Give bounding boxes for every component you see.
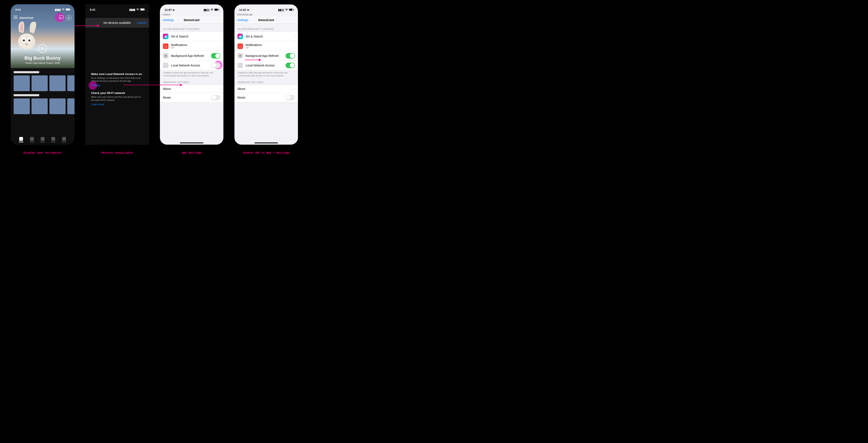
movie-title: Big Buck Bunny — [25, 55, 61, 61]
rail-heading-placeholder — [13, 71, 39, 73]
back-label: Settings — [238, 18, 249, 22]
learn-more-link[interactable]: Learn more — [91, 103, 104, 106]
hamburger-icon[interactable] — [13, 16, 18, 20]
location-icon: ➤ — [173, 8, 175, 11]
svg-rect-2 — [70, 9, 70, 10]
nav-title: DemoCast — [184, 18, 199, 22]
battery-icon — [289, 8, 294, 11]
row-reset[interactable]: Reset — [160, 93, 223, 102]
content-tile[interactable] — [32, 75, 48, 91]
chevron-right-icon: › — [219, 87, 220, 91]
wifi-icon — [136, 8, 139, 11]
content-tile[interactable] — [13, 75, 30, 91]
row-label: About — [238, 87, 291, 91]
phone-democast-home: 9:41 ▮▮▮▮ — [11, 4, 74, 145]
breadcrumb-back-to-search[interactable]: ◂ Search — [160, 13, 223, 16]
wifi-icon — [62, 8, 65, 11]
tab-item[interactable] — [19, 137, 24, 142]
chevron-right-icon: › — [294, 44, 295, 48]
svg-point-7 — [28, 39, 30, 41]
wifi-heading: Check your Wi-Fi network — [91, 91, 143, 95]
row-about[interactable]: About › — [160, 85, 223, 93]
toggle-local-network-access[interactable] — [286, 63, 295, 68]
row-label: Notifications — [246, 43, 262, 46]
row-local-network-access[interactable]: Local Network Access — [160, 61, 223, 70]
row-siri-search[interactable]: ◉ Siri & Search › — [235, 32, 298, 41]
row-label: Siri & Search — [171, 35, 217, 38]
svg-rect-1 — [66, 8, 70, 10]
toggle-local-network-access[interactable] — [211, 63, 220, 68]
row-label: Notifications — [171, 43, 187, 46]
flow-arrow-3 — [245, 60, 261, 60]
signal-icon: ▮▮▮▮ — [129, 8, 135, 11]
app-title: DemoCast — [20, 16, 33, 20]
toggle-background-refresh[interactable] — [211, 53, 220, 59]
row-background-refresh[interactable]: ⚙ Background App Refresh — [235, 51, 298, 61]
flow-arrow-2 — [124, 85, 182, 85]
hero-area: 9:41 ▮▮▮▮ — [11, 4, 74, 68]
row-reset[interactable]: Reset — [235, 93, 298, 102]
settings-link-label: Settings — [91, 84, 100, 87]
signal-icon: ▮▮▯▯ — [204, 8, 210, 11]
toggle-reset[interactable] — [286, 95, 295, 100]
lna-icon — [163, 63, 168, 68]
tab-item[interactable] — [51, 137, 56, 142]
toggle-reset[interactable] — [211, 95, 220, 100]
back-label: Settings — [163, 18, 174, 22]
svg-point-8 — [25, 43, 28, 45]
row-siri-search[interactable]: ◉ Siri & Search › — [160, 32, 223, 41]
content-tile[interactable] — [67, 98, 74, 114]
row-label: Local Network Access — [171, 64, 209, 67]
breadcrumb-back-to-app[interactable]: ◂ DemoCast app — [235, 13, 298, 16]
back-button[interactable]: ‹ Settings — [162, 18, 174, 22]
lna-icon — [238, 63, 243, 68]
svg-rect-14 — [215, 9, 218, 10]
group-label-access: ALLOW DEMOCAST TO ACCESS — [160, 24, 223, 32]
signal-icon: ▮▮▮▮ — [55, 8, 61, 11]
caption: Display Cast entrypoint — [24, 151, 62, 154]
step-enable-lna: 11:57 ➤ ▮▮▯▯ ◂ DemoCast app ‹ Settings D… — [234, 4, 298, 154]
lna-footer-text: Enabled to allow this app permission to … — [160, 70, 223, 77]
status-time: 11:57 — [165, 8, 172, 11]
gear-icon: ⚙ — [163, 53, 168, 59]
svg-rect-17 — [289, 9, 292, 10]
wifi-body: Make sure your device and the Cast devic… — [91, 95, 143, 101]
caption: Enable LNA in App > Settings — [243, 151, 289, 154]
cast-icon[interactable] — [59, 15, 63, 20]
content-tile[interactable] — [13, 98, 30, 114]
tab-item[interactable] — [30, 137, 34, 142]
svg-rect-18 — [293, 9, 294, 10]
caption: App Settings — [182, 151, 202, 154]
row-label: Local Network Access — [246, 64, 283, 67]
row-notifications[interactable]: ▢ Notifications Off › — [235, 41, 298, 51]
lna-footer-text: Enabled to allow this app permission to … — [235, 70, 298, 77]
back-button[interactable]: ‹ Settings — [236, 18, 248, 22]
wifi-icon — [285, 8, 288, 11]
wifi-icon — [210, 8, 214, 11]
row-local-network-access[interactable]: Local Network Access — [235, 61, 298, 70]
row-background-refresh[interactable]: ⚙ Background App Refresh — [160, 51, 223, 61]
cancel-button[interactable]: Cancel — [137, 21, 146, 25]
content-tile[interactable] — [67, 75, 74, 91]
location-icon: ➤ — [247, 8, 249, 11]
tab-item[interactable] — [62, 137, 66, 142]
row-about[interactable]: About › — [235, 85, 298, 93]
home-indicator — [254, 143, 278, 143]
phone-settings-lna-off: 11:57 ➤ ▮▮▯▯ ◂ Search ‹ Settings DemoCas… — [160, 4, 224, 145]
content-tile[interactable] — [50, 98, 66, 114]
row-sublabel: Off — [246, 46, 291, 49]
svg-point-3 — [18, 33, 35, 50]
settings-link[interactable]: Settings — [91, 84, 100, 87]
row-notifications[interactable]: ▢ Notifications Off › — [160, 41, 223, 51]
signal-icon: ▮▮▯▯ — [278, 8, 284, 11]
profile-icon[interactable] — [66, 15, 71, 21]
toggle-background-refresh[interactable] — [286, 53, 295, 59]
content-tile[interactable] — [50, 75, 66, 91]
notifications-icon: ▢ — [238, 43, 243, 49]
lna-body: Go to Settings on this phone and check t… — [91, 76, 143, 83]
tab-item[interactable] — [40, 137, 45, 142]
notifications-icon: ▢ — [163, 43, 168, 49]
battery-icon — [214, 8, 220, 11]
status-time: 9:41 — [16, 8, 21, 11]
content-tile[interactable] — [32, 98, 48, 114]
